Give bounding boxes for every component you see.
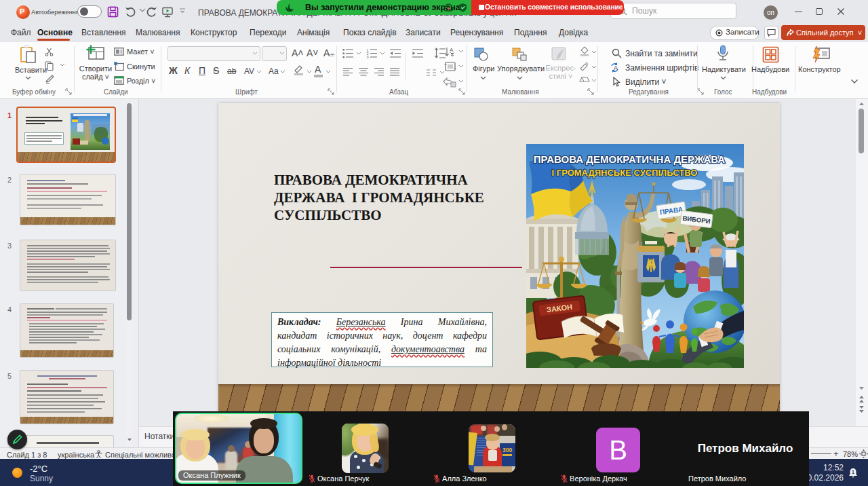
svg-text:І ГРОМАДЯНСЬКЕ СУСПІЛЬСТВО: І ГРОМАДЯНСЬКЕ СУСПІЛЬСТВО [552,168,698,178]
svg-text:А: А [450,47,454,53]
svg-text:1: 1 [852,470,854,474]
svg-text:ПРАВОВА ДЕМОКРАТИЧНА ДЕРЖАВА: ПРАВОВА ДЕМОКРАТИЧНА ДЕРЖАВА [534,153,726,165]
svg-text:A: A [614,64,618,71]
svg-text:3: 3 [367,55,369,58]
